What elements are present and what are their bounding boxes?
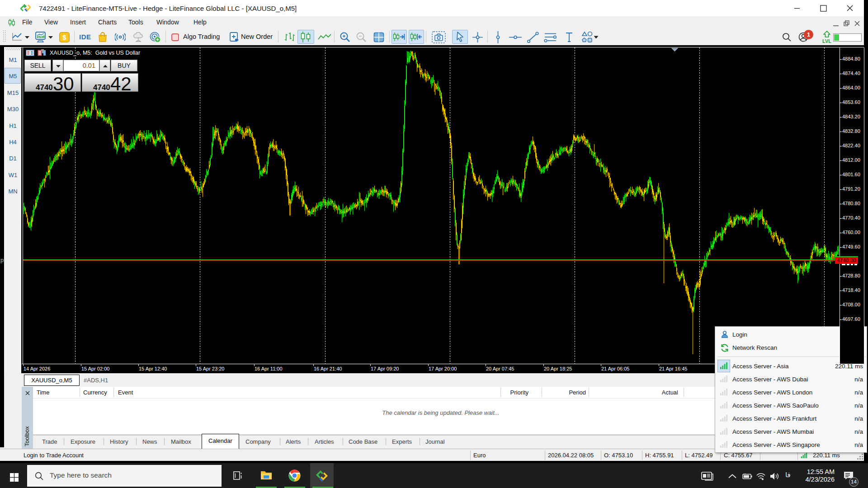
svg-text:LVL: LVL: [822, 38, 831, 44]
svg-text:$: $: [62, 33, 66, 41]
